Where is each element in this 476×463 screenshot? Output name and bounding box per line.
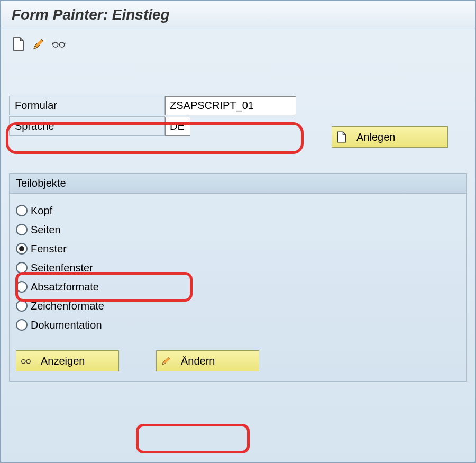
titlebar: Form Painter: Einstieg xyxy=(1,1,475,29)
pencil-icon[interactable] xyxy=(32,37,45,51)
radio-icon xyxy=(16,243,28,255)
radio-absatzformate[interactable]: Absatzformate xyxy=(16,279,460,294)
lang-input[interactable] xyxy=(165,117,190,136)
radio-icon xyxy=(16,224,28,235)
lang-label: Sprache xyxy=(9,116,165,136)
glasses-icon xyxy=(21,357,31,365)
anlegen-label: Anlegen xyxy=(356,131,395,143)
svg-point-0 xyxy=(53,42,58,47)
radio-label: Zeichenformate xyxy=(31,298,104,313)
radio-kopf[interactable]: Kopf xyxy=(16,203,460,218)
radio-dokumentation[interactable]: Dokumentation xyxy=(16,317,460,332)
radio-label: Seitenfenster xyxy=(31,260,93,275)
radio-icon xyxy=(16,300,28,312)
radio-label: Absatzformate xyxy=(31,279,99,294)
radio-icon xyxy=(16,262,28,274)
aendern-button[interactable]: Ändern xyxy=(156,350,259,371)
page-title: Form Painter: Einstieg xyxy=(12,6,170,23)
radio-group: Kopf Seiten Fenster Seitenfenster Absatz… xyxy=(10,194,466,350)
radio-fenster[interactable]: Fenster xyxy=(16,241,460,256)
pencil-icon xyxy=(161,356,171,366)
anzeigen-label: Anzeigen xyxy=(41,355,85,367)
toolbar xyxy=(1,29,475,59)
radio-icon xyxy=(16,281,28,293)
aendern-label: Ändern xyxy=(181,355,215,367)
teilobjekte-groupbox: Teilobjekte Kopf Seiten Fenster Seitenfe… xyxy=(9,173,467,382)
svg-point-3 xyxy=(26,360,30,364)
radio-seitenfenster[interactable]: Seitenfenster xyxy=(16,260,460,275)
document-blank-icon xyxy=(336,131,347,143)
radio-icon xyxy=(16,205,28,216)
svg-point-2 xyxy=(22,360,25,364)
form-input[interactable] xyxy=(165,96,296,115)
radio-zeichenformate[interactable]: Zeichenformate xyxy=(16,298,460,313)
radio-label: Kopf xyxy=(31,203,52,218)
radio-label: Dokumentation xyxy=(31,317,102,332)
radio-label: Fenster xyxy=(31,241,67,256)
glasses-icon[interactable] xyxy=(52,37,66,51)
document-blank-icon[interactable] xyxy=(12,37,25,51)
app-window: Form Painter: Einstieg xyxy=(0,0,476,463)
annotation-highlight xyxy=(136,424,250,453)
radio-label: Seiten xyxy=(31,222,61,237)
form-label: Formular xyxy=(9,96,165,115)
radio-seiten[interactable]: Seiten xyxy=(16,222,460,237)
anzeigen-button[interactable]: Anzeigen xyxy=(16,350,119,371)
radio-icon xyxy=(16,319,28,331)
anlegen-button[interactable]: Anlegen xyxy=(332,126,448,148)
content-area: Formular Sprache Anlegen Teilobjekte xyxy=(1,59,475,389)
groupbox-title: Teilobjekte xyxy=(10,174,466,194)
bottom-button-row: Anzeigen Ändern xyxy=(10,350,466,371)
svg-point-1 xyxy=(60,42,65,47)
form-field-row: Formular xyxy=(9,96,467,115)
